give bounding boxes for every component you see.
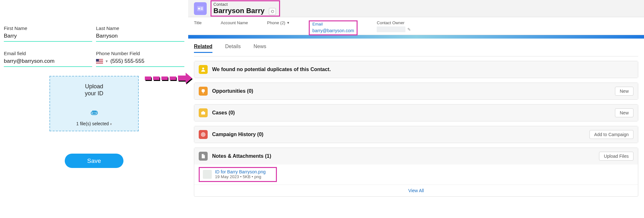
owner-value[interactable]: ✎ — [377, 26, 411, 32]
account-label: Account Name — [221, 20, 248, 25]
svg-rect-3 — [201, 9, 203, 10]
tab-related[interactable]: Related — [194, 44, 212, 53]
cases-title[interactable]: Cases (0) — [212, 110, 611, 116]
us-flag-icon[interactable] — [96, 59, 103, 64]
first-name-field[interactable]: Barry — [4, 33, 92, 42]
svg-rect-2 — [201, 8, 203, 8]
svg-rect-5 — [201, 112, 205, 114]
attachment-meta: 19 May 2023 • 5KB • png — [215, 174, 266, 179]
owner-label: Contact Owner — [377, 20, 411, 25]
notes-title[interactable]: Notes & Attachments (1) — [212, 153, 595, 159]
save-button[interactable]: Save — [65, 154, 123, 168]
chevron-down-icon[interactable]: ▾ — [110, 122, 112, 126]
phone-value: (555) 555-555 — [110, 58, 144, 64]
email-highlight: Email barry@barryson.com — [309, 20, 358, 35]
attachment-name[interactable]: ID for Barry Barryson.png — [215, 169, 266, 174]
attachment-icon — [89, 108, 99, 119]
notes-attachments-section: Notes & Attachments (1) Upload Files ID … — [194, 148, 638, 197]
record-info-bar: Title Account Name Phone (2)▼ Email barr… — [188, 17, 644, 35]
new-button[interactable]: New — [615, 87, 633, 96]
notes-icon — [199, 152, 208, 161]
entity-name: Barryson Barry — [213, 7, 264, 15]
email-field[interactable]: barry@barryson.com — [4, 58, 92, 67]
email-label: Email field — [4, 51, 92, 56]
phone-dropdown[interactable]: Phone (2)▼ — [267, 20, 290, 25]
cases-icon — [199, 108, 208, 117]
record-header: Contact Barryson Barry ⌬ — [188, 0, 644, 17]
tabs-nav: Related Details News — [194, 39, 638, 56]
duplicates-section: We found no potential duplicates of this… — [194, 61, 638, 78]
email-label: Email — [312, 22, 354, 26]
svg-rect-6 — [203, 111, 204, 112]
phone-field[interactable]: ▼ (555) 555-555 — [96, 58, 184, 67]
attachment-thumb[interactable] — [203, 170, 212, 179]
opportunities-icon — [199, 87, 208, 96]
campaign-section: Campaign History (0) Add to Campaign — [194, 126, 638, 143]
upload-files-button[interactable]: Upload Files — [599, 152, 633, 161]
duplicates-title: We found no potential duplicates of this… — [212, 67, 633, 72]
last-name-label: Last Name — [96, 25, 184, 31]
view-all-link[interactable]: View All — [194, 185, 638, 196]
pencil-icon[interactable]: ✎ — [407, 27, 411, 32]
decorative-stage-bar — [188, 35, 644, 39]
new-button[interactable]: New — [615, 108, 633, 117]
opportunities-section: Opportunities (0) New — [194, 83, 638, 100]
chevron-down-icon[interactable]: ▼ — [105, 59, 108, 63]
svg-point-9 — [203, 134, 204, 135]
opportunities-title[interactable]: Opportunities (0) — [212, 88, 611, 94]
salesforce-panel: Contact Barryson Barry ⌬ Title Account N… — [188, 0, 644, 218]
svg-point-1 — [198, 8, 200, 10]
campaign-title[interactable]: Campaign History (0) — [212, 132, 585, 137]
files-selected-text[interactable]: 1 file(s) selected ▾ — [53, 121, 135, 126]
phone-label: Phone Number Field — [96, 51, 184, 56]
contact-icon — [194, 2, 207, 15]
duplicates-icon — [199, 65, 208, 74]
web-form: First Name Barry Last Name Barryson Emai… — [0, 0, 188, 218]
entity-label: Contact — [213, 2, 264, 7]
campaign-icon — [199, 130, 208, 139]
attachment-highlight: ID for Barry Barryson.png 19 May 2023 • … — [199, 167, 277, 182]
cases-section: Cases (0) New — [194, 104, 638, 121]
email-value[interactable]: barry@barryson.com — [312, 28, 354, 33]
contact-name-highlight: Contact Barryson Barry ⌬ — [211, 0, 280, 17]
svg-point-4 — [202, 68, 204, 69]
tab-news[interactable]: News — [254, 44, 266, 53]
add-campaign-button[interactable]: Add to Campaign — [589, 130, 633, 139]
upload-title: Upload your ID — [53, 83, 135, 97]
hierarchy-icon[interactable]: ⌬ — [269, 8, 276, 15]
first-name-label: First Name — [4, 25, 92, 31]
tab-details[interactable]: Details — [225, 44, 241, 53]
mapping-arrow-icon — [145, 73, 192, 84]
upload-area[interactable]: Upload your ID 1 file(s) selected ▾ — [49, 76, 139, 131]
title-label: Title — [194, 20, 202, 25]
last-name-field[interactable]: Barryson — [96, 33, 184, 42]
